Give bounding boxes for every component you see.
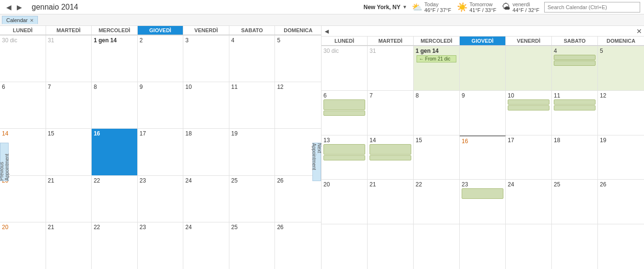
next-month-button[interactable]: ▶	[14, 2, 24, 12]
event-block[interactable]	[323, 99, 365, 110]
table-row[interactable]: 15	[46, 129, 92, 175]
table-row[interactable]: 24	[183, 222, 229, 269]
table-row[interactable]: 30 dic	[322, 46, 368, 91]
event-block[interactable]	[323, 110, 365, 116]
table-row[interactable]: 10	[506, 91, 552, 135]
today-temp: 46°F / 37°F	[424, 7, 451, 13]
right-cal-grid: 30 dic 31 1 gen 14 ← From 21 dic 4 5 6	[322, 46, 644, 269]
table-row[interactable]: 12	[275, 82, 321, 129]
table-row[interactable]: 23	[138, 176, 184, 222]
prev-appointment-tab[interactable]: Previous Appointment	[0, 143, 9, 181]
table-row[interactable]: 17	[138, 129, 184, 175]
right-panel-close[interactable]: ✕	[636, 27, 642, 35]
next-appointment-tab[interactable]: Next Appointment	[312, 143, 321, 181]
table-row[interactable]: 12	[598, 91, 644, 135]
event-block[interactable]	[554, 99, 596, 105]
table-row[interactable]	[552, 224, 598, 269]
location-dropdown-icon[interactable]: ▼	[402, 4, 407, 10]
table-row[interactable]: 6	[322, 91, 368, 135]
table-row[interactable]: 18	[552, 135, 598, 180]
table-row[interactable]: 15	[414, 135, 460, 180]
table-row[interactable]: 26	[275, 176, 321, 222]
friday-label: venerdì	[513, 1, 539, 7]
table-row[interactable]	[414, 224, 460, 269]
calendar-tab[interactable]: Calendar ✕	[2, 16, 38, 24]
table-row[interactable]: 22	[92, 176, 138, 222]
event-block[interactable]	[370, 155, 411, 160]
weather-tomorrow-icon: ☀️	[457, 2, 467, 12]
location-widget: New York, NY ▼	[364, 4, 407, 11]
table-row[interactable]: 2	[138, 36, 184, 82]
table-row[interactable]: 11	[552, 91, 598, 135]
table-row[interactable]	[598, 224, 644, 269]
table-row[interactable]: 31	[368, 46, 414, 91]
table-row[interactable]: 13	[322, 135, 368, 180]
table-row[interactable]: 20	[0, 176, 46, 222]
table-row[interactable]	[460, 224, 506, 269]
table-row[interactable]: 22	[92, 222, 138, 269]
table-row[interactable]: 21	[46, 176, 92, 222]
nav-arrows: ◀ ▶	[4, 2, 24, 12]
table-row[interactable]: 21	[368, 180, 414, 224]
table-row[interactable]	[506, 46, 552, 91]
table-row[interactable]: 23	[460, 180, 506, 224]
table-row[interactable]: 25	[552, 180, 598, 224]
table-row[interactable]: 16	[92, 129, 138, 175]
event-block[interactable]	[323, 144, 365, 155]
table-row[interactable]: 14	[368, 135, 414, 180]
event-block[interactable]	[323, 155, 365, 160]
table-row[interactable]: 24	[506, 180, 552, 224]
table-row[interactable]: 18	[183, 129, 229, 175]
table-row[interactable]	[368, 224, 414, 269]
table-row[interactable]: 1 gen 14	[92, 36, 138, 82]
table-row[interactable]	[506, 224, 552, 269]
calendar-tab-close[interactable]: ✕	[30, 18, 34, 23]
table-row[interactable]: 19	[598, 135, 644, 180]
table-row[interactable]: 20	[322, 180, 368, 224]
table-row[interactable]: 1 gen 14 ← From 21 dic	[414, 46, 460, 91]
event-block[interactable]	[508, 105, 549, 110]
table-row[interactable]: 26	[275, 222, 321, 269]
table-row[interactable]: 6	[0, 82, 46, 129]
table-row[interactable]: 4	[552, 46, 598, 91]
table-row[interactable]: 26	[598, 180, 644, 224]
right-day-headers: LUNEDÌ MARTEDÌ MERCOLEDÌ GIOVEDÌ VENERDÌ…	[322, 37, 644, 46]
table-row[interactable]: 25	[229, 176, 275, 222]
table-row[interactable]: 8	[92, 82, 138, 129]
search-input[interactable]	[544, 2, 640, 12]
left-header-ven: VENERDÌ	[183, 26, 229, 35]
table-row[interactable]: 19	[229, 129, 275, 175]
table-row[interactable]: 8	[414, 91, 460, 135]
table-row[interactable]: 5	[275, 36, 321, 82]
table-row[interactable]: 10	[183, 82, 229, 129]
event-block[interactable]	[554, 55, 596, 60]
today-label: Today	[424, 1, 451, 7]
table-row[interactable]: 5	[598, 46, 644, 91]
event-block[interactable]	[508, 99, 549, 105]
table-row[interactable]: 21	[46, 222, 92, 269]
table-row[interactable]: 7	[46, 82, 92, 129]
event-block[interactable]	[370, 144, 411, 155]
table-row[interactable]: 9	[460, 91, 506, 135]
event-block[interactable]	[554, 61, 596, 66]
table-row[interactable]: 22	[414, 180, 460, 224]
table-row[interactable]: 30 dic	[0, 36, 46, 82]
table-row[interactable]: 11	[229, 82, 275, 129]
table-row[interactable]: 17	[506, 135, 552, 180]
table-row[interactable]: 16	[460, 135, 506, 180]
event-block[interactable]	[462, 188, 503, 199]
table-row[interactable]: 31	[46, 36, 92, 82]
table-row[interactable]: 23	[138, 222, 184, 269]
table-row[interactable]: 20	[0, 222, 46, 269]
table-row[interactable]: 9	[138, 82, 184, 129]
prev-month-button[interactable]: ◀	[4, 2, 13, 12]
table-row[interactable]: 24	[183, 176, 229, 222]
right-nav-left-icon[interactable]: ◄	[323, 27, 330, 35]
table-row[interactable]: 25	[229, 222, 275, 269]
table-row[interactable]: 7	[368, 91, 414, 135]
table-row[interactable]	[322, 224, 368, 269]
table-row[interactable]: 4	[229, 36, 275, 82]
event-block[interactable]	[554, 105, 596, 110]
table-row[interactable]	[460, 46, 506, 91]
table-row[interactable]: 3	[183, 36, 229, 82]
